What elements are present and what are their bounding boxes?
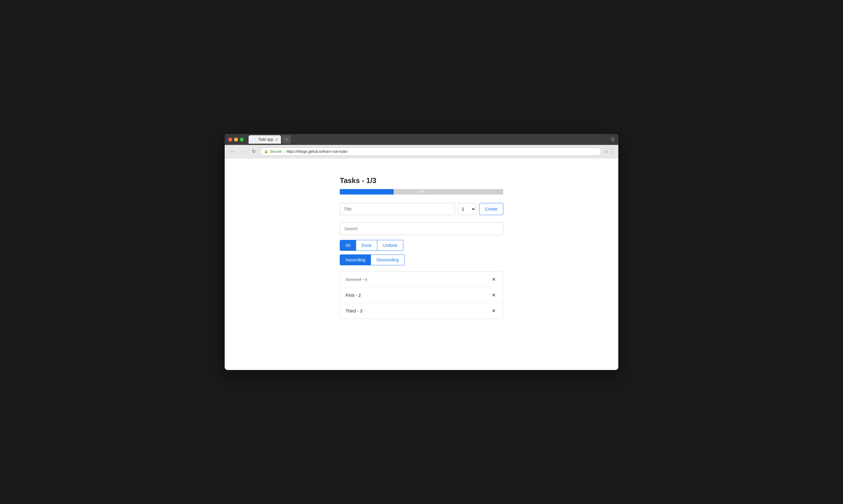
filter-done-button[interactable]: Done: [356, 240, 377, 251]
task-label: Second - 1: [345, 277, 367, 282]
filter-all-button[interactable]: All: [340, 240, 356, 251]
address-bar: ← → ↻ 🔒 Secure | https://4doge.github.io…: [225, 145, 618, 158]
address-actions: ☆ ⋮: [604, 148, 615, 154]
priority-select[interactable]: 1 2 3 4 5: [458, 203, 476, 215]
forward-button[interactable]: →: [239, 148, 248, 156]
task-delete-button[interactable]: ✕: [490, 307, 498, 314]
task-label: First - 2: [345, 292, 361, 298]
back-button[interactable]: ←: [228, 148, 237, 156]
search-input[interactable]: [340, 222, 503, 235]
bookmark-icon[interactable]: ☆: [604, 148, 608, 154]
title-bar: 📄 Todo app ✕ + ☰: [225, 134, 618, 145]
secure-label: Secure: [270, 149, 281, 154]
more-options-icon[interactable]: ⋮: [610, 148, 615, 154]
create-row: 1 2 3 4 5 Create: [340, 203, 503, 215]
progress-bar: 33%: [340, 189, 503, 195]
task-item: Third - 3 ✕: [340, 303, 503, 319]
separator: |: [283, 149, 284, 154]
task-list: Second - 1 ✕ First - 2 ✕ Third - 3 ✕: [340, 271, 503, 319]
reload-button[interactable]: ↻: [250, 147, 258, 156]
window-menu-icon[interactable]: ☰: [611, 137, 615, 142]
minimize-button[interactable]: [234, 138, 238, 142]
close-button[interactable]: [228, 138, 232, 142]
task-item: First - 2 ✕: [340, 287, 503, 303]
task-delete-button[interactable]: ✕: [490, 292, 498, 299]
address-bar-input[interactable]: 🔒 Secure | https://4doge.github.io/learn…: [260, 147, 601, 156]
create-button[interactable]: Create: [479, 203, 503, 215]
tab-area: 📄 Todo app ✕ +: [248, 135, 291, 144]
new-tab-button[interactable]: +: [282, 135, 291, 144]
task-label: Third - 3: [345, 308, 362, 313]
sort-row: Ascending Descending: [340, 254, 503, 265]
tab-close-icon[interactable]: ✕: [276, 138, 278, 141]
progress-label: 33%: [340, 189, 503, 195]
task-delete-button[interactable]: ✕: [490, 276, 498, 283]
title-input[interactable]: [340, 203, 455, 215]
tab-label: Todo app: [258, 137, 273, 142]
page-title: Tasks - 1/3: [340, 176, 503, 185]
app-container: Tasks - 1/3 33% 1 2 3 4 5 Create All: [340, 176, 503, 352]
filter-row: All Done Undone: [340, 240, 503, 251]
sort-descending-button[interactable]: Descending: [371, 254, 405, 265]
lock-icon: 🔒: [264, 149, 268, 154]
filter-undone-button[interactable]: Undone: [377, 240, 403, 251]
window-controls: ☰: [611, 137, 615, 142]
maximize-button[interactable]: [240, 138, 244, 142]
sort-ascending-button[interactable]: Ascending: [340, 254, 371, 265]
url-text: https://4doge.github.io/learn-vue-todo/: [286, 149, 347, 154]
page-content: Tasks - 1/3 33% 1 2 3 4 5 Create All: [225, 158, 618, 370]
task-item: Second - 1 ✕: [340, 272, 503, 287]
browser-window: 📄 Todo app ✕ + ☰ ← → ↻ 🔒 Secure | https:…: [225, 134, 618, 370]
traffic-lights: [228, 138, 244, 142]
tab-icon: 📄: [252, 138, 256, 142]
active-tab[interactable]: 📄 Todo app ✕: [248, 135, 281, 144]
